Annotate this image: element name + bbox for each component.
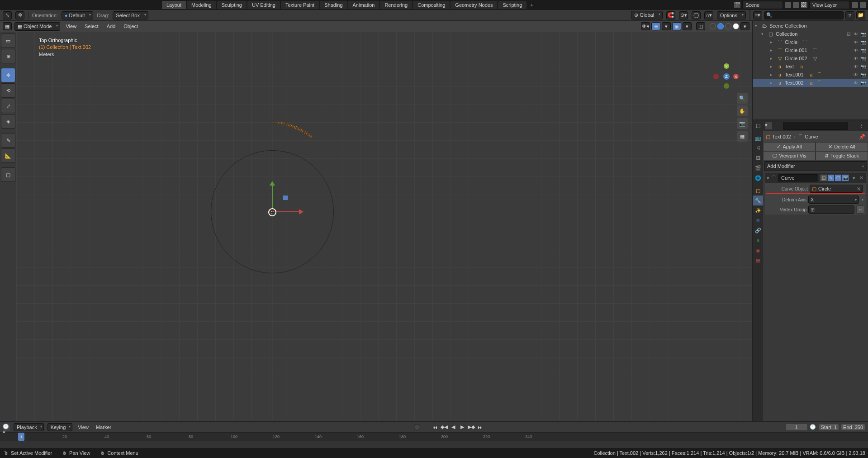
- ptab-viewlayer[interactable]: 🖼: [753, 153, 763, 163]
- mod-edit-mode-icon[interactable]: ✎: [827, 174, 835, 181]
- ptab-physics[interactable]: ⚛: [753, 215, 763, 225]
- xray-toggle-icon[interactable]: ◫: [696, 22, 705, 30]
- viewport-menu-add[interactable]: Add: [104, 24, 119, 29]
- shading-solid-icon[interactable]: [717, 23, 724, 29]
- outliner-item-text002[interactable]: ▸a Text.002 a⌒ 👁📷: [753, 79, 868, 87]
- scene-new-icon[interactable]: [785, 2, 791, 8]
- shading-wireframe-icon[interactable]: [710, 23, 716, 29]
- move-tool-icon[interactable]: ✥: [15, 11, 24, 19]
- options-dropdown[interactable]: Options: [717, 11, 746, 19]
- ptab-material[interactable]: ◉: [753, 245, 763, 255]
- shading-options-icon[interactable]: ▾: [740, 22, 749, 30]
- annotate-tool[interactable]: ✎: [1, 133, 15, 148]
- tab-modeling[interactable]: Modeling: [187, 1, 216, 9]
- collection-checkbox-icon[interactable]: ☑: [845, 31, 852, 37]
- gizmo-x-positive[interactable]: X: [733, 74, 739, 79]
- drag-dropdown[interactable]: Select Box: [113, 11, 148, 19]
- outliner-scene-collection[interactable]: ▾🗁 Scene Collection: [753, 22, 868, 30]
- animate-property-icon[interactable]: •: [861, 197, 864, 202]
- scene-browse-icon[interactable]: 🎬: [734, 2, 740, 8]
- tab-texture-paint[interactable]: Texture Paint: [281, 1, 319, 9]
- viewport-3d[interactable]: Top Orthographic (1) Collection | Text.0…: [16, 32, 752, 421]
- viewlayer-name-field[interactable]: View Layer: [809, 1, 850, 9]
- scene-name-field[interactable]: Scene: [742, 1, 783, 9]
- render-icon[interactable]: 📷: [860, 63, 866, 70]
- breadcrumb-object[interactable]: ▢ Text.002: [766, 134, 791, 140]
- timeline-marker-menu[interactable]: Marker: [94, 425, 113, 430]
- scene-delete-icon[interactable]: [793, 2, 799, 8]
- ptab-output[interactable]: 🖨: [753, 143, 763, 153]
- render-icon[interactable]: 📷: [860, 39, 866, 45]
- scale-tool[interactable]: ⤢: [1, 99, 15, 113]
- outliner-item-circle[interactable]: ▸⌒ Circle ⌒ 👁📷: [753, 38, 868, 46]
- snap-options-icon[interactable]: ⊙▾: [679, 11, 688, 19]
- timeline-editor-icon[interactable]: 🕐▾: [3, 424, 10, 431]
- jump-to-end-icon[interactable]: ⏭: [476, 423, 484, 431]
- breadcrumb-modifier[interactable]: ⌒ Curve: [798, 134, 818, 140]
- shading-material-icon[interactable]: [725, 23, 731, 29]
- tab-shading[interactable]: Shading: [320, 1, 347, 9]
- timeline-ruler[interactable]: 1 020406080100120140160180200220240: [0, 433, 868, 441]
- eye-icon[interactable]: 👁: [853, 80, 859, 86]
- render-icon[interactable]: 📷: [860, 55, 866, 62]
- move-tool[interactable]: ✥: [1, 68, 15, 82]
- timeline-track[interactable]: 1 020406080100120140160180200220240: [0, 433, 868, 448]
- ptab-object[interactable]: ▢: [753, 186, 763, 196]
- gizmo-y-negative[interactable]: [724, 83, 729, 89]
- keyframe-prev-icon[interactable]: ◆◀: [440, 423, 448, 431]
- frame-clock-icon[interactable]: 🕐: [810, 424, 817, 430]
- rotate-tool[interactable]: ⟲: [1, 83, 15, 98]
- eye-icon[interactable]: 👁: [853, 63, 859, 70]
- outliner-collection[interactable]: ▾▢ Collection ☑👁📷: [753, 30, 868, 38]
- curve-object-field[interactable]: ▢ Circle ✕: [810, 185, 863, 193]
- tab-sculpting[interactable]: Sculpting: [217, 1, 247, 9]
- gizmo-y-positive[interactable]: Y: [724, 63, 729, 69]
- perspective-toggle-icon[interactable]: ▦: [737, 131, 748, 142]
- overlays-toggle-icon[interactable]: ◉: [672, 22, 681, 30]
- jump-to-start-icon[interactable]: ⏮: [431, 423, 439, 431]
- render-icon[interactable]: 📷: [860, 72, 866, 78]
- outliner-item-text[interactable]: ▸a Text a 👁📷: [753, 62, 868, 71]
- pin-icon[interactable]: 📌: [859, 134, 865, 140]
- ptab-modifiers[interactable]: 🔧: [753, 196, 763, 205]
- proportional-icon[interactable]: ◯: [692, 11, 701, 19]
- axis-navigation-gizmo[interactable]: Y X Z: [713, 63, 739, 89]
- move-gizmo-x-axis[interactable]: [276, 210, 304, 213]
- pan-icon[interactable]: ✋: [737, 105, 748, 116]
- current-frame-field[interactable]: 1: [785, 424, 808, 431]
- viewlayer-browse-icon[interactable]: 🖼: [801, 2, 807, 8]
- outliner-display-mode-icon[interactable]: ≡▾: [753, 11, 762, 19]
- viewport-menu-object[interactable]: Object: [121, 24, 141, 29]
- vertex-group-field[interactable]: ⊞: [808, 205, 854, 214]
- tab-geometry-nodes[interactable]: Geometry Nodes: [451, 1, 497, 9]
- eye-icon[interactable]: 👁: [853, 72, 859, 78]
- apply-all-button[interactable]: ✓Apply All: [763, 142, 816, 151]
- keying-dropdown[interactable]: Keying: [47, 423, 73, 431]
- viewport-menu-view[interactable]: View: [63, 24, 79, 29]
- mod-on-cage-icon[interactable]: ◫: [820, 174, 827, 181]
- toggle-stack-button[interactable]: ⇵Toggle Stack: [816, 151, 868, 160]
- proportional-falloff-icon[interactable]: ∩▾: [704, 11, 713, 19]
- add-cube-tool[interactable]: ▢: [1, 167, 15, 182]
- outliner-filter-icon[interactable]: ▿: [845, 11, 854, 19]
- move-gizmo-y-axis[interactable]: [271, 181, 274, 208]
- play-icon[interactable]: ▶: [458, 423, 466, 431]
- props-search-input[interactable]: [783, 122, 848, 130]
- zoom-icon[interactable]: 🔍: [737, 93, 748, 104]
- render-icon[interactable]: 📷: [860, 80, 866, 86]
- keyframe-next-icon[interactable]: ▶◆: [467, 423, 475, 431]
- transform-orientation-dropdown[interactable]: ⊕ Global: [631, 11, 663, 19]
- modifier-delete-icon[interactable]: ✕: [858, 175, 864, 181]
- eye-icon[interactable]: 👁: [853, 47, 859, 53]
- select-box-tool[interactable]: ▭: [1, 33, 15, 48]
- vertex-group-invert-icon[interactable]: ↔: [856, 205, 864, 214]
- outliner-search-input[interactable]: 🔍: [764, 11, 844, 19]
- transform-tool[interactable]: ◈: [1, 114, 15, 129]
- viewport-vis-button[interactable]: 🖵Viewport Vis: [763, 151, 816, 160]
- viewlayer-delete-icon[interactable]: [860, 2, 866, 8]
- auto-keying-icon[interactable]: [414, 424, 420, 430]
- deform-axis-dropdown[interactable]: X: [808, 196, 859, 204]
- render-icon[interactable]: 📷: [860, 47, 866, 53]
- ptab-scene[interactable]: 🎬: [753, 163, 763, 173]
- props-editor-icon[interactable]: ▾: [765, 122, 772, 129]
